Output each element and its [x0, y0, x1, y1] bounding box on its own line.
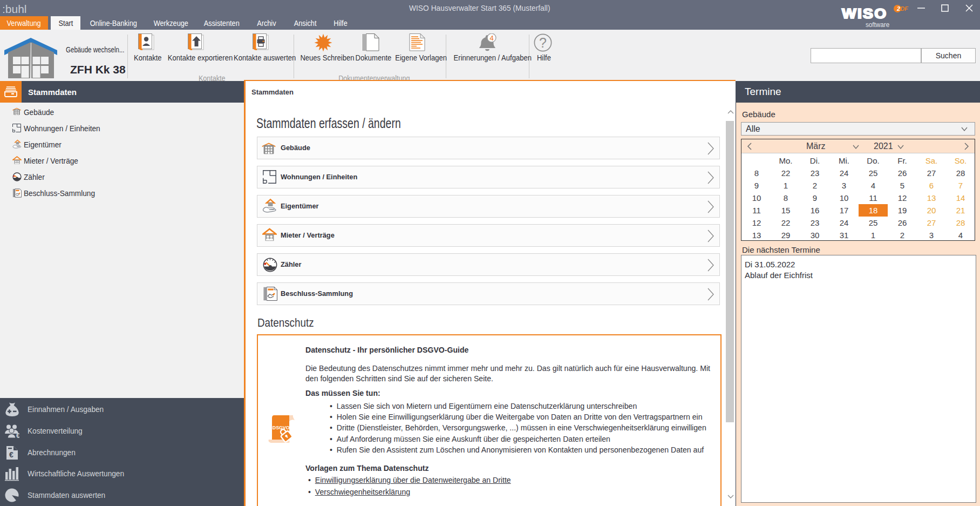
svg-text:€: € [9, 450, 13, 459]
svg-text:4: 4 [489, 34, 493, 42]
svg-text:?: ? [539, 35, 547, 50]
svg-text:€: € [16, 432, 19, 438]
